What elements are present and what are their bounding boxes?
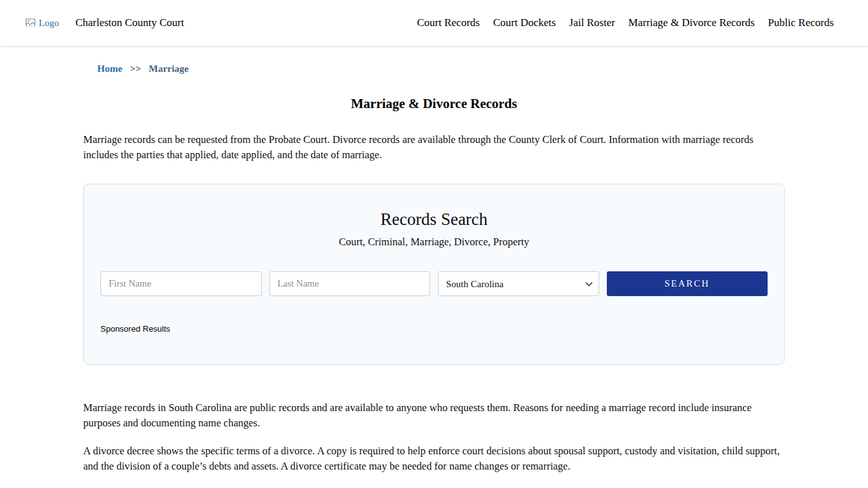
state-select[interactable]: South Carolina: [438, 271, 599, 296]
search-form-row: South Carolina SEARCH: [100, 271, 768, 296]
breadcrumb-separator: >>: [130, 63, 141, 74]
search-button[interactable]: SEARCH: [607, 271, 768, 296]
records-search-card: Records Search Court, Criminal, Marriage…: [83, 184, 785, 365]
brand: Logo Charleston County Court: [25, 17, 184, 29]
nav-court-records[interactable]: Court Records: [417, 17, 480, 29]
state-select-wrap: South Carolina: [438, 271, 599, 296]
search-card-subtitle: Court, Criminal, Marriage, Divorce, Prop…: [100, 236, 768, 248]
nav-public-records[interactable]: Public Records: [768, 17, 834, 29]
last-name-input[interactable]: [269, 271, 431, 296]
first-name-input[interactable]: [100, 271, 262, 296]
site-header: Logo Charleston County Court Court Recor…: [0, 0, 868, 46]
breadcrumb: Home >> Marriage: [83, 63, 785, 74]
breadcrumb-current: Marriage: [149, 63, 189, 74]
divorce-decree-paragraph: A divorce decree shows the specific term…: [83, 444, 785, 474]
nav-marriage-divorce-records[interactable]: Marriage & Divorce Records: [628, 17, 755, 29]
main-content: Home >> Marriage Marriage & Divorce Reco…: [83, 63, 785, 474]
site-title: Charleston County Court: [76, 17, 184, 29]
main-nav: Court Records Court Dockets Jail Roster …: [417, 17, 834, 29]
search-card-title: Records Search: [100, 210, 768, 229]
nav-court-dockets[interactable]: Court Dockets: [493, 17, 556, 29]
nav-jail-roster[interactable]: Jail Roster: [569, 17, 615, 29]
logo-alt-text: Logo: [39, 18, 59, 29]
sponsored-results-label: Sponsored Results: [100, 324, 768, 334]
public-records-paragraph: Marriage records in South Carolina are p…: [83, 400, 785, 431]
breadcrumb-home-link[interactable]: Home: [97, 63, 123, 74]
logo-link[interactable]: Logo: [25, 18, 59, 29]
broken-image-icon: [25, 18, 36, 28]
page-title: Marriage & Divorce Records: [83, 96, 785, 112]
intro-paragraph: Marriage records can be requested from t…: [83, 132, 785, 163]
